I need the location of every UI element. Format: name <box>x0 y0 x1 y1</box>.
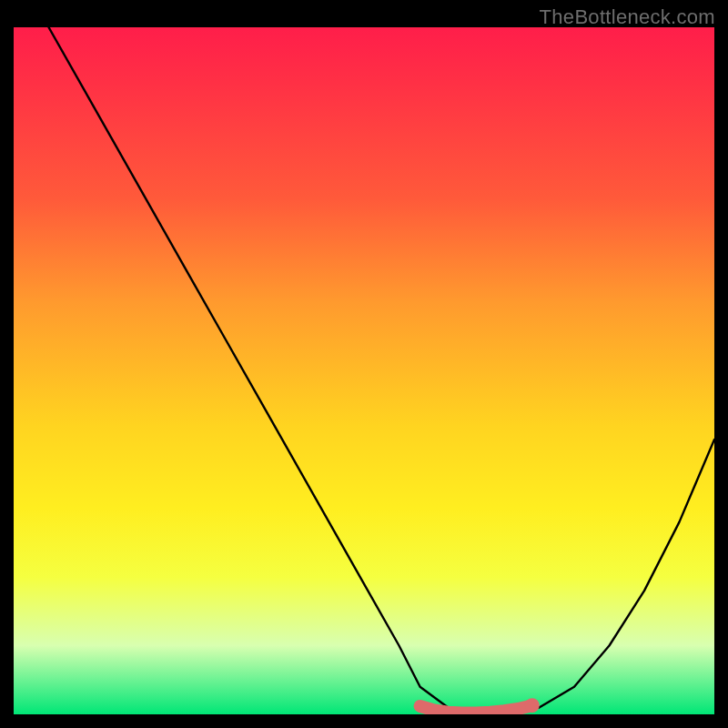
chart-frame: TheBottleneck.com <box>0 0 728 728</box>
plot-area <box>14 27 714 714</box>
bottleneck-curve <box>49 27 715 714</box>
optimal-end-dot <box>525 698 540 713</box>
optimal-band-curve <box>420 705 532 713</box>
curve-layer <box>14 27 714 714</box>
watermark-text: TheBottleneck.com <box>540 5 715 29</box>
